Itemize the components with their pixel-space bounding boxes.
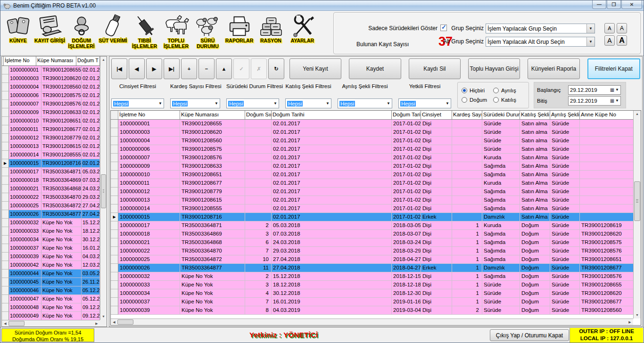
font-size-xlarge-button[interactable]: A — [617, 35, 627, 46]
filter-ayrilis-select[interactable]: Hepsi ▼ — [338, 98, 392, 108]
list-item[interactable]: 1000000047 Küpe No Yok 05.12.20 — [2, 295, 100, 303]
table-row[interactable]: 1000000009 TR39001208633 02.01.2017 2017… — [111, 162, 633, 171]
list-item[interactable]: 1000000049 Küpe No Yok 09.12.20 — [2, 312, 100, 320]
nav-button[interactable]: − — [198, 58, 215, 79]
list-item[interactable]: 1000000004 TR39001208560 02.01.20 — [2, 83, 100, 91]
table-horizontal-scrollbar[interactable]: ◀ ▶ — [111, 318, 633, 325]
list-item[interactable]: 1000000045 Küpe No Yok 26.11.20 — [2, 278, 100, 286]
list-item[interactable]: 1000000003 TR39001208620 02.01.20 — [2, 74, 100, 83]
column-header[interactable]: Ayrılış Şekli — [550, 111, 580, 119]
table-row[interactable]: 1000000039 Küpe No Yok 8 04.03.2019 2019… — [111, 306, 633, 315]
list-item[interactable]: 1000000017 TR35003364871 05.03.20 — [2, 168, 100, 176]
date-filter-radio[interactable]: Katılış — [493, 97, 525, 103]
restore-button[interactable]: ❐ — [607, 0, 621, 9]
table-row[interactable]: 1000000026 TR35003364877 11 27.04.2018 2… — [111, 264, 633, 272]
minimize-button[interactable]: — — [592, 0, 606, 9]
toolbar-toplu[interactable]: TOPLU İŞLEMLER — [160, 11, 192, 55]
column-header[interactable]: Küpe Numarası — [36, 57, 76, 65]
column-header[interactable]: İşletme No — [4, 57, 36, 65]
report-tags-button[interactable]: Künyeleri Raporla — [528, 58, 579, 79]
filter-kardes-select[interactable]: Hepsi ▼ — [170, 98, 220, 108]
close-button[interactable]: ✕ — [621, 0, 642, 9]
toolbar-rasyon[interactable]: RASYON — [255, 11, 287, 55]
nav-button[interactable]: ↻ — [268, 58, 284, 79]
list-item[interactable]: 1000000009 TR39001208633 02.01.20 — [2, 108, 100, 117]
toolbar-kayit-girisi[interactable]: KAYIT GİRİŞİ — [34, 11, 66, 55]
column-header[interactable]: Kardeş Sayısı — [452, 111, 482, 119]
toolbar-dogum[interactable]: DOĞUM İŞLEMLERİ — [66, 11, 97, 55]
table-row[interactable]: 1000000034 Küpe No Yok 4 30.12.2018 2018… — [111, 289, 633, 298]
bulk-animal-entry-button[interactable]: Toplu Hayvan Girişi — [468, 58, 520, 79]
start-date-field[interactable]: 29.12.2019 ▦ ▼ — [568, 85, 621, 95]
scroll-left-icon[interactable]: ◀ — [2, 320, 8, 327]
scrollbar-thumb[interactable] — [101, 174, 106, 208]
list-item[interactable]: 1000000025 TR35003364872 27.04.20 — [2, 202, 100, 210]
list-item[interactable]: 1000000015 TR39001208716 02.01.20 — [2, 159, 100, 168]
logout-button[interactable]: Çıkış Yap / Oturumu Kapat — [490, 329, 569, 341]
chevron-down-icon[interactable]: ▼ — [586, 24, 594, 33]
toolbar-ayarlar[interactable]: AYARLAR — [287, 11, 318, 55]
table-row[interactable]: 1000000017 TR35003364871 2 05.03.2018 20… — [111, 221, 633, 230]
list-item[interactable]: 1000000048 Küpe No Yok 09.12.20 — [2, 303, 100, 312]
scroll-down-icon[interactable]: ▼ — [100, 313, 107, 320]
table-row[interactable]: 1000000021 TR35003364868 6 24.03.2018 20… — [111, 238, 633, 247]
nav-button[interactable]: + — [181, 58, 197, 79]
table-row[interactable]: 1000000033 Küpe No Yok 3 18.12.2018 2018… — [111, 281, 633, 289]
scrollbar-thumb[interactable] — [117, 319, 133, 325]
list-item[interactable]: 1000000026 TR35003364877 27.04.20 — [2, 210, 100, 219]
new-record-button[interactable]: Yeni Kayıt — [289, 58, 341, 79]
table-row[interactable]: 1000000014 TR39001208555 02.01.2017 2017… — [111, 204, 633, 213]
table-row[interactable]: 1000000001 TR39001208655 02.01.2017 2017… — [111, 120, 633, 128]
scroll-left-icon[interactable]: ◀ — [111, 319, 117, 325]
table-row[interactable]: 1000000015 TR39001208716 02.01.2017 2017… — [111, 213, 633, 221]
list-item[interactable]: 1000000022 TR35003364870 29.03.20 — [2, 193, 100, 202]
sidebar-vertical-scrollbar[interactable]: ▲ ▼ — [100, 57, 107, 320]
save-button[interactable]: Kaydet — [349, 58, 401, 79]
nav-button[interactable]: |◀ — [111, 58, 127, 79]
column-header[interactable]: Doğum Tarihi — [272, 111, 392, 119]
list-item[interactable]: 1000000006 TR39001208575 02.01.20 — [2, 91, 100, 100]
column-header[interactable]: Doğum Sırası — [245, 111, 272, 119]
table-row[interactable]: 1000000006 TR39001208575 02.01.2017 2017… — [111, 145, 633, 154]
filter-yetkili-select[interactable]: Hepsi ▼ — [398, 98, 451, 108]
table-row[interactable]: 1000000012 TR39001208779 02.01.2017 2017… — [111, 188, 633, 196]
filter-cinsiyet-select[interactable]: Hepsi ▼ — [111, 98, 164, 108]
toolbar-sut[interactable]: SÜT VERİMİ — [97, 11, 129, 55]
date-filter-radio[interactable]: Ayrılış — [493, 88, 525, 93]
table-row[interactable]: 1000000018 TR35003364869 3 07.03.2018 20… — [111, 230, 633, 238]
list-item[interactable]: 1000000012 TR39001208779 02.01.20 — [2, 134, 100, 142]
list-item[interactable]: 1000000011 TR39001208677 02.01.20 — [2, 125, 100, 134]
toolbar-raporlar[interactable]: RAPORLAR — [223, 11, 255, 55]
font-size-small-button[interactable]: A — [604, 23, 615, 33]
table-vertical-scrollbar[interactable]: ▲ ▼ — [633, 111, 641, 318]
nav-button[interactable]: ✓ — [233, 58, 249, 79]
table-row[interactable]: 1000000003 TR39001208620 02.01.2017 2017… — [111, 128, 633, 137]
scroll-up-icon[interactable]: ▲ — [634, 111, 641, 117]
list-item[interactable]: 1000000021 TR35003364868 24.03.20 — [2, 185, 100, 193]
list-item[interactable]: 1000000014 TR39001208555 02.01.20 — [2, 151, 100, 159]
table-row[interactable]: 1000000025 TR35003364872 10 27.04.2018 2… — [111, 255, 633, 264]
column-header[interactable]: Anne Küpe No — [580, 111, 633, 119]
toolbar-kunye[interactable]: KÜNYE — [2, 11, 34, 55]
table-row[interactable]: 1000000032 Küpe No Yok 2 15.12.2018 2018… — [111, 272, 633, 281]
nav-button[interactable]: ▶ — [146, 58, 162, 79]
font-size-medium-button[interactable]: A — [617, 23, 627, 33]
table-row[interactable]: 1000000004 TR39001208560 02.01.2017 2017… — [111, 137, 633, 145]
filter-durum-select[interactable]: Hepsi ▼ — [226, 98, 279, 108]
table-row[interactable]: 1000000011 TR39001208677 02.01.2017 2017… — [111, 179, 633, 188]
table-row[interactable]: 1000000013 TR39001208615 02.01.2017 2017… — [111, 196, 633, 204]
list-item[interactable]: 1000000032 Küpe No Yok 15.12.20 — [2, 219, 100, 227]
list-item[interactable]: 1000000037 Küpe No Yok 16.01.20 — [2, 244, 100, 253]
table-row[interactable]: 1000000010 TR39001208651 02.01.2017 2017… — [111, 171, 633, 179]
date-filter-radio[interactable]: Hiçbiri — [462, 88, 493, 93]
nav-button[interactable]: ◀ — [129, 58, 145, 79]
toolbar-tibbi[interactable]: TIBBİ İŞLEMLER — [129, 11, 160, 55]
toolbar-suru[interactable]: SÜRÜ DURUMU — [192, 11, 223, 55]
nav-button[interactable]: ▶| — [164, 58, 180, 79]
end-date-field[interactable]: 29.12.2019 ▦ ▼ — [568, 96, 621, 106]
list-item[interactable]: 1000000013 TR39001208615 02.01.20 — [2, 142, 100, 151]
scroll-down-icon[interactable]: ▼ — [634, 312, 641, 318]
sidebar-horizontal-scrollbar[interactable]: ◀ ▶ — [2, 320, 100, 327]
delete-record-button[interactable]: Kaydı Sil — [409, 58, 461, 79]
column-header[interactable]: Doğum Tarihi — [392, 111, 421, 119]
